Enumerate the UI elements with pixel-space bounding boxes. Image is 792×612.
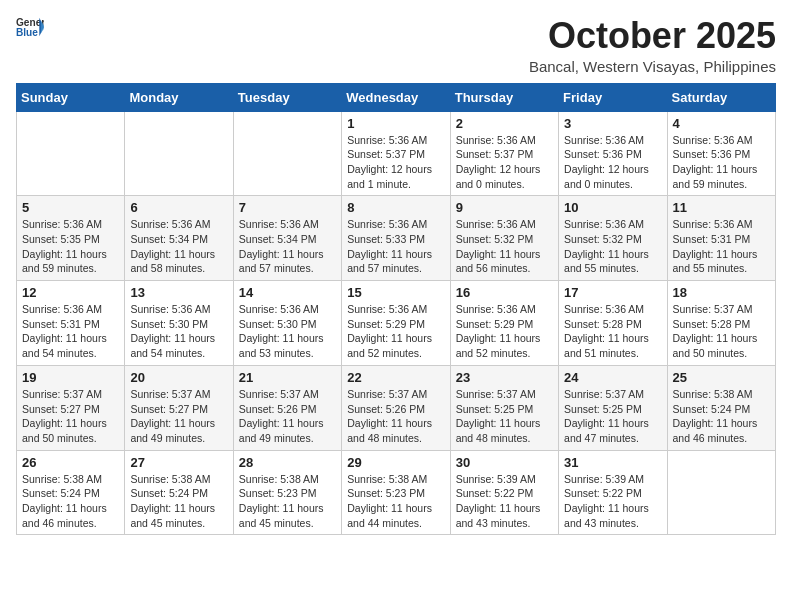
calendar-cell: 17Sunrise: 5:36 AMSunset: 5:28 PMDayligh…	[559, 281, 667, 366]
calendar-week-row: 5Sunrise: 5:36 AMSunset: 5:35 PMDaylight…	[17, 196, 776, 281]
day-number: 1	[347, 116, 444, 131]
day-info: Sunrise: 5:36 AMSunset: 5:29 PMDaylight:…	[456, 302, 553, 361]
calendar-week-row: 26Sunrise: 5:38 AMSunset: 5:24 PMDayligh…	[17, 450, 776, 535]
day-info: Sunrise: 5:37 AMSunset: 5:25 PMDaylight:…	[564, 387, 661, 446]
day-number: 2	[456, 116, 553, 131]
day-number: 6	[130, 200, 227, 215]
day-number: 28	[239, 455, 336, 470]
weekday-header-tuesday: Tuesday	[233, 83, 341, 111]
day-number: 3	[564, 116, 661, 131]
day-number: 23	[456, 370, 553, 385]
page-header: General Blue October 2025 Bancal, Wester…	[16, 16, 776, 75]
calendar-cell: 9Sunrise: 5:36 AMSunset: 5:32 PMDaylight…	[450, 196, 558, 281]
day-number: 4	[673, 116, 770, 131]
day-info: Sunrise: 5:38 AMSunset: 5:23 PMDaylight:…	[347, 472, 444, 531]
weekday-header-row: SundayMondayTuesdayWednesdayThursdayFrid…	[17, 83, 776, 111]
day-info: Sunrise: 5:36 AMSunset: 5:37 PMDaylight:…	[456, 133, 553, 192]
day-info: Sunrise: 5:37 AMSunset: 5:26 PMDaylight:…	[347, 387, 444, 446]
calendar-cell: 7Sunrise: 5:36 AMSunset: 5:34 PMDaylight…	[233, 196, 341, 281]
day-number: 11	[673, 200, 770, 215]
day-info: Sunrise: 5:37 AMSunset: 5:27 PMDaylight:…	[130, 387, 227, 446]
calendar-week-row: 1Sunrise: 5:36 AMSunset: 5:37 PMDaylight…	[17, 111, 776, 196]
day-number: 13	[130, 285, 227, 300]
day-number: 25	[673, 370, 770, 385]
day-info: Sunrise: 5:38 AMSunset: 5:23 PMDaylight:…	[239, 472, 336, 531]
weekday-header-monday: Monday	[125, 83, 233, 111]
calendar-cell: 29Sunrise: 5:38 AMSunset: 5:23 PMDayligh…	[342, 450, 450, 535]
day-info: Sunrise: 5:36 AMSunset: 5:32 PMDaylight:…	[456, 217, 553, 276]
day-info: Sunrise: 5:36 AMSunset: 5:34 PMDaylight:…	[130, 217, 227, 276]
calendar-cell: 3Sunrise: 5:36 AMSunset: 5:36 PMDaylight…	[559, 111, 667, 196]
calendar-cell: 27Sunrise: 5:38 AMSunset: 5:24 PMDayligh…	[125, 450, 233, 535]
day-info: Sunrise: 5:36 AMSunset: 5:30 PMDaylight:…	[130, 302, 227, 361]
calendar-cell	[667, 450, 775, 535]
day-info: Sunrise: 5:36 AMSunset: 5:29 PMDaylight:…	[347, 302, 444, 361]
calendar-cell: 1Sunrise: 5:36 AMSunset: 5:37 PMDaylight…	[342, 111, 450, 196]
calendar-week-row: 19Sunrise: 5:37 AMSunset: 5:27 PMDayligh…	[17, 365, 776, 450]
calendar-cell	[233, 111, 341, 196]
day-number: 31	[564, 455, 661, 470]
day-info: Sunrise: 5:39 AMSunset: 5:22 PMDaylight:…	[564, 472, 661, 531]
day-info: Sunrise: 5:36 AMSunset: 5:30 PMDaylight:…	[239, 302, 336, 361]
day-info: Sunrise: 5:37 AMSunset: 5:26 PMDaylight:…	[239, 387, 336, 446]
day-info: Sunrise: 5:36 AMSunset: 5:32 PMDaylight:…	[564, 217, 661, 276]
weekday-header-thursday: Thursday	[450, 83, 558, 111]
calendar-cell: 13Sunrise: 5:36 AMSunset: 5:30 PMDayligh…	[125, 281, 233, 366]
calendar-cell: 31Sunrise: 5:39 AMSunset: 5:22 PMDayligh…	[559, 450, 667, 535]
day-number: 17	[564, 285, 661, 300]
day-number: 15	[347, 285, 444, 300]
day-info: Sunrise: 5:36 AMSunset: 5:33 PMDaylight:…	[347, 217, 444, 276]
weekday-header-wednesday: Wednesday	[342, 83, 450, 111]
calendar-table: SundayMondayTuesdayWednesdayThursdayFrid…	[16, 83, 776, 536]
day-number: 8	[347, 200, 444, 215]
day-number: 26	[22, 455, 119, 470]
day-number: 18	[673, 285, 770, 300]
calendar-cell: 25Sunrise: 5:38 AMSunset: 5:24 PMDayligh…	[667, 365, 775, 450]
day-info: Sunrise: 5:36 AMSunset: 5:36 PMDaylight:…	[564, 133, 661, 192]
calendar-cell: 18Sunrise: 5:37 AMSunset: 5:28 PMDayligh…	[667, 281, 775, 366]
day-info: Sunrise: 5:38 AMSunset: 5:24 PMDaylight:…	[673, 387, 770, 446]
day-number: 29	[347, 455, 444, 470]
calendar-cell: 26Sunrise: 5:38 AMSunset: 5:24 PMDayligh…	[17, 450, 125, 535]
logo-icon: General Blue	[16, 16, 44, 38]
calendar-cell: 10Sunrise: 5:36 AMSunset: 5:32 PMDayligh…	[559, 196, 667, 281]
svg-text:Blue: Blue	[16, 27, 38, 38]
day-info: Sunrise: 5:36 AMSunset: 5:31 PMDaylight:…	[22, 302, 119, 361]
day-info: Sunrise: 5:36 AMSunset: 5:28 PMDaylight:…	[564, 302, 661, 361]
calendar-cell: 19Sunrise: 5:37 AMSunset: 5:27 PMDayligh…	[17, 365, 125, 450]
title-area: October 2025 Bancal, Western Visayas, Ph…	[529, 16, 776, 75]
calendar-cell: 4Sunrise: 5:36 AMSunset: 5:36 PMDaylight…	[667, 111, 775, 196]
calendar-cell: 28Sunrise: 5:38 AMSunset: 5:23 PMDayligh…	[233, 450, 341, 535]
calendar-cell: 15Sunrise: 5:36 AMSunset: 5:29 PMDayligh…	[342, 281, 450, 366]
day-number: 30	[456, 455, 553, 470]
calendar-cell: 20Sunrise: 5:37 AMSunset: 5:27 PMDayligh…	[125, 365, 233, 450]
calendar-cell: 11Sunrise: 5:36 AMSunset: 5:31 PMDayligh…	[667, 196, 775, 281]
calendar-cell: 16Sunrise: 5:36 AMSunset: 5:29 PMDayligh…	[450, 281, 558, 366]
calendar-cell: 30Sunrise: 5:39 AMSunset: 5:22 PMDayligh…	[450, 450, 558, 535]
calendar-cell: 21Sunrise: 5:37 AMSunset: 5:26 PMDayligh…	[233, 365, 341, 450]
day-info: Sunrise: 5:37 AMSunset: 5:27 PMDaylight:…	[22, 387, 119, 446]
day-number: 20	[130, 370, 227, 385]
day-number: 9	[456, 200, 553, 215]
day-number: 12	[22, 285, 119, 300]
calendar-cell: 23Sunrise: 5:37 AMSunset: 5:25 PMDayligh…	[450, 365, 558, 450]
day-number: 16	[456, 285, 553, 300]
day-number: 7	[239, 200, 336, 215]
day-info: Sunrise: 5:36 AMSunset: 5:36 PMDaylight:…	[673, 133, 770, 192]
day-info: Sunrise: 5:36 AMSunset: 5:35 PMDaylight:…	[22, 217, 119, 276]
calendar-cell	[125, 111, 233, 196]
calendar-cell	[17, 111, 125, 196]
day-info: Sunrise: 5:36 AMSunset: 5:31 PMDaylight:…	[673, 217, 770, 276]
calendar-cell: 24Sunrise: 5:37 AMSunset: 5:25 PMDayligh…	[559, 365, 667, 450]
day-info: Sunrise: 5:39 AMSunset: 5:22 PMDaylight:…	[456, 472, 553, 531]
calendar-cell: 2Sunrise: 5:36 AMSunset: 5:37 PMDaylight…	[450, 111, 558, 196]
day-info: Sunrise: 5:36 AMSunset: 5:34 PMDaylight:…	[239, 217, 336, 276]
calendar-cell: 12Sunrise: 5:36 AMSunset: 5:31 PMDayligh…	[17, 281, 125, 366]
day-number: 27	[130, 455, 227, 470]
day-number: 24	[564, 370, 661, 385]
day-info: Sunrise: 5:37 AMSunset: 5:25 PMDaylight:…	[456, 387, 553, 446]
weekday-header-friday: Friday	[559, 83, 667, 111]
location-title: Bancal, Western Visayas, Philippines	[529, 58, 776, 75]
day-number: 5	[22, 200, 119, 215]
logo: General Blue	[16, 16, 44, 38]
